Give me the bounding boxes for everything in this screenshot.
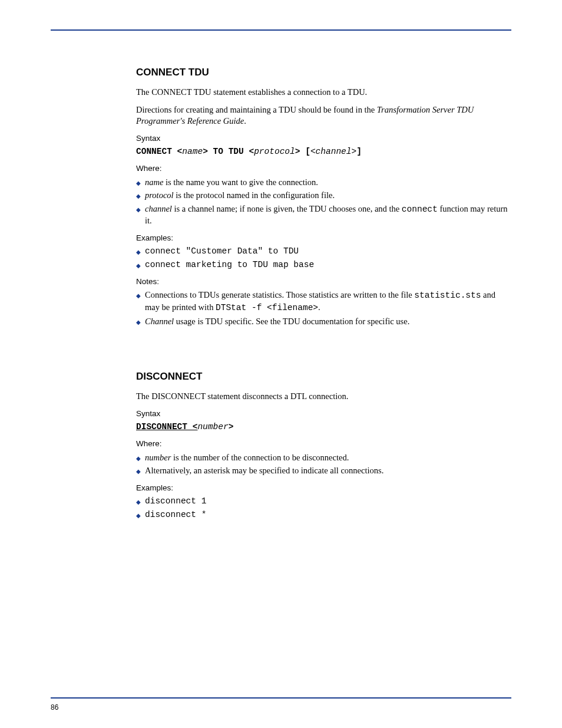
note-item: ◆ Channel usage is TDU specific. See the… — [136, 316, 511, 328]
diamond-icon: ◆ — [136, 467, 141, 476]
syn1-p4: protocol — [254, 147, 295, 156]
content-area: CONNECT TDU The CONNECT TDU statement es… — [136, 66, 511, 521]
bullet-text: name is the name you want to give the co… — [145, 177, 511, 189]
top-rule — [51, 29, 511, 31]
syn1-p6: <channel> — [310, 147, 356, 156]
disconnect-syntax: DISCONNECT <number> — [136, 421, 511, 433]
bullet-text: Alternatively, an asterisk may be specif… — [145, 465, 511, 477]
example-item: ◆ disconnect 1 — [136, 496, 511, 508]
syn1-p7: ] — [356, 147, 362, 156]
note-item: ◆ Connections to TDUs generate statistic… — [136, 289, 511, 314]
where-item: ◆ channel is a channel name; if none is … — [136, 203, 511, 227]
wi2-ital: number — [145, 453, 171, 462]
wi-post: is the name you want to give the connect… — [163, 177, 318, 187]
syn2-p2: number — [197, 422, 228, 431]
bullet-text: channel is a channel name; if none is gi… — [145, 203, 511, 227]
examples-label-1: Examples: — [136, 233, 511, 243]
example-item: ◆ disconnect * — [136, 509, 511, 521]
syn2-p3: > — [229, 422, 234, 431]
syntax-label-2: Syntax — [136, 409, 511, 419]
bullet-text: number is the number of the connection t… — [145, 452, 511, 464]
wi2-pre: Alternatively, an asterisk may be specif… — [145, 466, 384, 475]
example-text: disconnect * — [145, 509, 511, 521]
where-item: ◆ Alternatively, an asterisk may be spec… — [136, 465, 511, 477]
n1-mono1: statistic.sts — [414, 291, 481, 300]
bullet-text: protocol is the protocol named in the co… — [145, 190, 511, 202]
connect-syntax: CONNECT <name> TO TDU <protocol> [<chann… — [136, 146, 511, 158]
diamond-icon: ◆ — [136, 454, 141, 463]
n2-ital: Channel — [145, 317, 174, 326]
wi-ital: channel — [145, 204, 172, 213]
dir-post: . — [244, 116, 246, 126]
diamond-icon: ◆ — [136, 498, 141, 506]
wi-ital: name — [145, 177, 163, 187]
wi-post: is a channel name; if none is given, the… — [172, 204, 402, 213]
syn2-p1: DISCONNECT < — [136, 422, 197, 431]
n1-mono2: DTStat -f <filename> — [216, 303, 318, 312]
n2-post: usage is TDU specific. See the TDU docum… — [174, 317, 409, 326]
diamond-icon: ◆ — [136, 179, 141, 187]
dir-pre: Directions for creating and maintaining … — [136, 105, 375, 114]
wi2-post: is the number of the connection to be di… — [171, 453, 349, 462]
example-text: connect "Customer Data" to TDU — [145, 246, 511, 258]
section-title-connect: CONNECT TDU — [136, 66, 511, 80]
example-text: disconnect 1 — [145, 496, 511, 508]
examples-label-2: Examples: — [136, 483, 511, 493]
section-title-disconnect: DISCONNECT — [136, 370, 511, 384]
wi-post: is the protocol named in the configurati… — [174, 190, 335, 200]
section-gap — [136, 329, 511, 370]
connect-directions: Directions for creating and maintaining … — [136, 104, 511, 127]
diamond-icon: ◆ — [136, 512, 141, 520]
where-item: ◆ name is the name you want to give the … — [136, 177, 511, 189]
note-text: Connections to TDUs generate statistics.… — [145, 289, 511, 314]
where-item: ◆ protocol is the protocol named in the … — [136, 190, 511, 202]
diamond-icon: ◆ — [136, 248, 141, 256]
connect-intro: The CONNECT TDU statement establishes a … — [136, 87, 511, 98]
note-text: Channel usage is TDU specific. See the T… — [145, 316, 511, 328]
diamond-icon: ◆ — [136, 292, 141, 300]
diamond-icon: ◆ — [136, 192, 141, 200]
syn1-p5: > [ — [295, 147, 310, 156]
notes-label: Notes: — [136, 276, 511, 287]
bottom-rule — [51, 697, 511, 699]
example-text: connect marketing to TDU map base — [145, 259, 511, 271]
syn1-p2: name — [182, 147, 203, 156]
n1-pre: Connections to TDUs generate statistics.… — [145, 290, 414, 299]
page: CONNECT TDU The CONNECT TDU statement es… — [0, 0, 562, 728]
syntax-label-1: Syntax — [136, 133, 511, 144]
n1-post: . — [318, 302, 320, 312]
where-item: ◆ number is the number of the connection… — [136, 452, 511, 464]
page-number: 86 — [51, 703, 58, 711]
diamond-icon: ◆ — [136, 262, 141, 270]
disconnect-intro: The DISCONNECT statement disconnects a D… — [136, 391, 511, 403]
wi-mono: connect — [402, 205, 438, 214]
syn1-p3: > TO TDU < — [203, 147, 254, 156]
where-label-1: Where: — [136, 163, 511, 174]
syn1-p1: CONNECT < — [136, 147, 182, 156]
diamond-icon: ◆ — [136, 318, 141, 327]
example-item: ◆ connect marketing to TDU map base — [136, 259, 511, 271]
diamond-icon: ◆ — [136, 206, 141, 214]
example-item: ◆ connect "Customer Data" to TDU — [136, 246, 511, 258]
where-label-2: Where: — [136, 439, 511, 449]
wi-ital: protocol — [145, 190, 174, 200]
